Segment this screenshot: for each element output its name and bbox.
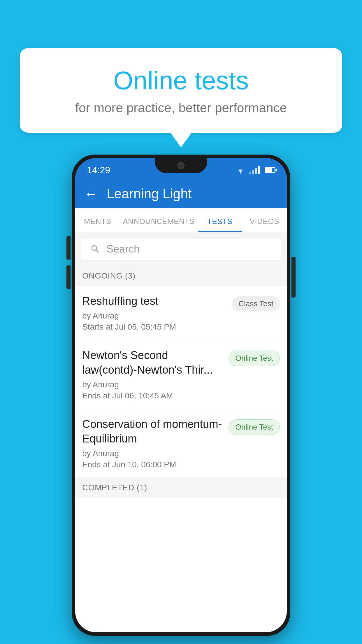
tab-announcements[interactable]: ANNOUNCEMENTS bbox=[120, 208, 197, 232]
test-date-conservation: Ends at Jun 10, 06:00 PM bbox=[82, 460, 223, 469]
phone-notch bbox=[155, 158, 207, 173]
test-author-conservation: by Anurag bbox=[82, 449, 223, 458]
phone-side-button-power bbox=[291, 257, 296, 298]
test-info-reshuffling: Reshuffling test by Anurag Starts at Jul… bbox=[82, 294, 226, 332]
svg-point-0 bbox=[240, 172, 241, 174]
signal-icon bbox=[249, 166, 260, 174]
test-author-newton: by Anurag bbox=[82, 380, 223, 389]
test-item-newton[interactable]: Newton's Second law(contd)-Newton's Thir… bbox=[75, 340, 287, 409]
test-info-conservation: Conservation of momentum-Equilibrium by … bbox=[82, 417, 223, 469]
phone-screen: 14:29 bbox=[75, 158, 287, 632]
battery-icon bbox=[265, 167, 275, 173]
test-badge-newton: Online Test bbox=[229, 351, 280, 366]
completed-section-header: COMPLETED (1) bbox=[75, 478, 287, 498]
tab-videos[interactable]: VIDEOS bbox=[242, 208, 287, 232]
test-badge-conservation: Online Test bbox=[229, 419, 280, 435]
search-box[interactable]: Search bbox=[81, 237, 281, 261]
tabs-bar: MENTS ANNOUNCEMENTS TESTS VIDEOS bbox=[75, 208, 287, 232]
test-author-reshuffling: by Anurag bbox=[82, 311, 226, 321]
test-badge-reshuffling: Class Test bbox=[232, 296, 280, 311]
search-icon bbox=[90, 244, 101, 254]
test-list: Reshuffling test by Anurag Starts at Jul… bbox=[75, 286, 287, 478]
tab-ments[interactable]: MENTS bbox=[75, 208, 120, 232]
tab-tests[interactable]: TESTS bbox=[198, 208, 242, 232]
test-name-conservation: Conservation of momentum-Equilibrium bbox=[82, 417, 223, 446]
test-date-reshuffling: Starts at Jul 05, 05:45 PM bbox=[82, 322, 226, 332]
test-name-reshuffling: Reshuffling test bbox=[82, 294, 226, 308]
back-button[interactable]: ← bbox=[84, 186, 98, 202]
app-header: ← Learning Light bbox=[75, 179, 287, 208]
status-time: 14:29 bbox=[87, 165, 110, 176]
phone-side-button-vol-down bbox=[66, 265, 71, 289]
phone-outer: 14:29 bbox=[72, 155, 290, 636]
test-item-conservation[interactable]: Conservation of momentum-Equilibrium by … bbox=[75, 409, 287, 478]
phone-container: 14:29 bbox=[72, 155, 290, 636]
phone-side-button-vol-up bbox=[66, 236, 71, 260]
status-icons bbox=[235, 166, 275, 174]
test-date-newton: Ends at Jul 06, 10:45 AM bbox=[82, 391, 223, 400]
app-title: Learning Light bbox=[107, 186, 192, 202]
test-item-reshuffling[interactable]: Reshuffling test by Anurag Starts at Jul… bbox=[75, 286, 287, 340]
speech-bubble: Online tests for more practice, better p… bbox=[20, 48, 342, 133]
wifi-icon bbox=[235, 166, 246, 174]
speech-bubble-title: Online tests bbox=[43, 66, 319, 95]
ongoing-section-header: ONGOING (3) bbox=[75, 266, 287, 286]
speech-bubble-container: Online tests for more practice, better p… bbox=[20, 48, 342, 133]
search-input[interactable]: Search bbox=[106, 243, 140, 255]
test-info-newton: Newton's Second law(contd)-Newton's Thir… bbox=[82, 348, 223, 400]
front-camera bbox=[178, 162, 184, 169]
search-container: Search bbox=[75, 232, 287, 266]
speech-bubble-subtitle: for more practice, better performance bbox=[43, 101, 319, 115]
test-name-newton: Newton's Second law(contd)-Newton's Thir… bbox=[82, 348, 223, 377]
